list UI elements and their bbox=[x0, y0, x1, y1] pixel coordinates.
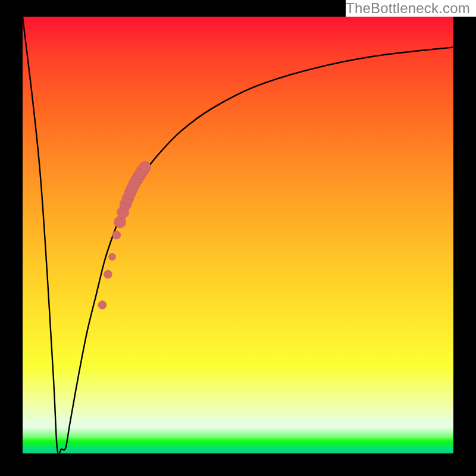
highlight-markers bbox=[98, 161, 151, 309]
bottleneck-chart: TheBottleneck.com bbox=[0, 0, 476, 476]
axis-right-border bbox=[453, 0, 476, 476]
highlight-dot bbox=[139, 161, 151, 173]
watermark-label: TheBottleneck.com bbox=[346, 0, 476, 17]
bottleneck-curve bbox=[23, 17, 453, 453]
plot-area bbox=[23, 17, 453, 453]
axis-left-border bbox=[0, 0, 23, 476]
highlight-dot bbox=[104, 270, 112, 278]
highlight-dot bbox=[109, 253, 116, 261]
axis-bottom-border bbox=[0, 453, 476, 476]
chart-svg bbox=[23, 17, 453, 453]
highlight-dot bbox=[112, 231, 121, 239]
highlight-dot bbox=[98, 300, 107, 309]
